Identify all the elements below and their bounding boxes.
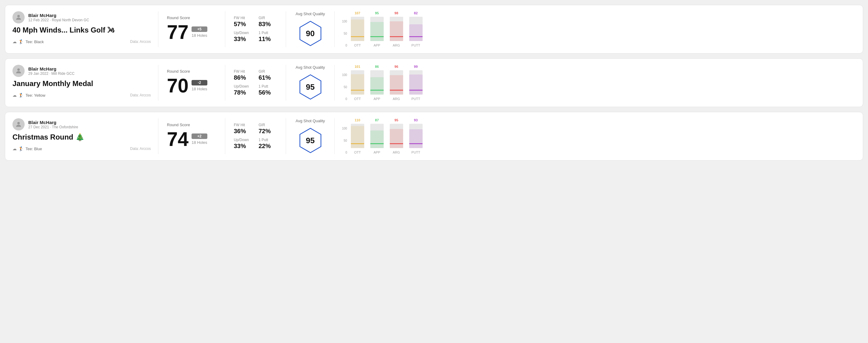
user-name: Blair McHarg — [28, 66, 74, 71]
svg-point-1 — [17, 68, 20, 71]
chart-section: 100 50 0 110 OTT 87 APP — [335, 118, 856, 154]
bar-group-app: 95 APP — [370, 11, 384, 47]
user-info: Blair McHarg 27 Dec 2021 · The Oxfordshi… — [28, 120, 78, 129]
fw-hit-value: 57% — [234, 21, 253, 28]
user-name: Blair McHarg — [28, 13, 89, 18]
bar-line — [351, 143, 364, 144]
user-meta: 12 Feb 2022 · Royal North Devon GC — [28, 18, 89, 22]
bar-value-putt: 99 — [414, 65, 418, 68]
round-title: 40 Mph Winds... Links Golf 🌬 — [12, 26, 151, 34]
updown-label: Up/Down — [234, 138, 253, 142]
bar-wrapper-app — [370, 70, 384, 95]
bar-group-ott: 110 OTT — [351, 118, 364, 154]
bar-x-label: APP — [374, 43, 380, 47]
score-badge: +5 — [191, 27, 207, 32]
bar-fill-bg — [351, 126, 364, 148]
bar-wrapper-putt — [409, 124, 423, 148]
bar-x-label: OTT — [354, 43, 361, 47]
bar-x-label: ARG — [393, 43, 400, 47]
y-label-0: 0 — [342, 151, 347, 154]
avatar — [12, 118, 25, 130]
chart-section: 100 50 0 101 OTT 86 APP — [335, 65, 856, 101]
oneputt-stat: 1 Putt 56% — [259, 84, 278, 96]
round-title: January Monthly Medal — [12, 80, 151, 88]
round-score-label: Round Score — [167, 123, 216, 127]
gir-label: GIR — [259, 69, 278, 73]
oneputt-stat: 1 Putt 22% — [259, 138, 278, 150]
round-card: Blair McHarg 27 Dec 2021 · The Oxfordshi… — [5, 112, 863, 161]
gir-value: 83% — [259, 21, 278, 28]
bar-fill-bg — [351, 20, 364, 41]
round-title: Christmas Round 🎄 — [12, 133, 151, 142]
footer-row: ☁ 🏌 Tee: Black Data: Arccos — [12, 39, 151, 44]
left-section: Blair McHarg 27 Dec 2021 · The Oxfordshi… — [12, 118, 158, 154]
score-value: 77 — [167, 23, 188, 42]
updown-stat: Up/Down 33% — [234, 138, 253, 150]
middle-section: Round Score 70 -2 18 Holes — [158, 65, 225, 101]
cloud-icon: ☁ — [12, 146, 17, 151]
score-value: 70 — [167, 76, 188, 95]
middle-section: Round Score 77 +5 18 Holes — [158, 11, 225, 47]
fw-hit-label: FW Hit — [234, 69, 253, 73]
holes-label: 18 Holes — [191, 140, 207, 145]
y-label-100: 100 — [342, 73, 347, 76]
bag-icon: 🏌 — [19, 39, 24, 44]
chart-area: 100 50 0 110 OTT 87 APP — [342, 118, 851, 154]
fw-hit-stat: FW Hit 36% — [234, 123, 253, 135]
stats-grid: FW Hit 86% GIR 61% Up/Down 78% 1 Putt 56… — [234, 69, 277, 96]
footer-row: ☁ 🏌 Tee: Blue Data: Arccos — [12, 146, 151, 151]
bar-x-label: APP — [374, 97, 380, 101]
bars-container: 107 OTT 95 APP 98 ARG 82 — [351, 11, 423, 47]
user-row: Blair McHarg 27 Dec 2021 · The Oxfordshi… — [12, 118, 151, 130]
bar-wrapper-arg — [390, 124, 403, 148]
score-badge: +2 — [191, 133, 207, 139]
footer-row: ☁ 🏌 Tee: Yellow Data: Arccos — [12, 93, 151, 98]
bar-line — [370, 90, 384, 91]
stats-section: FW Hit 86% GIR 61% Up/Down 78% 1 Putt 56… — [225, 65, 286, 101]
quality-score: 90 — [306, 29, 315, 38]
score-row: 77 +5 18 Holes — [167, 23, 216, 42]
bar-x-label: OTT — [354, 97, 361, 101]
fw-hit-stat: FW Hit 57% — [234, 16, 253, 28]
left-section: Blair McHarg 29 Jan 2022 · Mill Ride GCC… — [12, 65, 158, 101]
y-label-50: 50 — [342, 86, 347, 89]
bar-value-ott: 110 — [355, 118, 360, 122]
bar-fill-bg — [390, 21, 403, 41]
y-label-0: 0 — [342, 97, 347, 101]
user-name: Blair McHarg — [28, 120, 78, 125]
score-badge-group: -2 18 Holes — [191, 80, 207, 91]
y-axis: 100 50 0 — [342, 73, 347, 101]
quality-score: 95 — [306, 82, 315, 92]
tee-label: Tee: Black — [26, 39, 44, 44]
bar-x-label: PUTT — [411, 97, 420, 101]
tee-label: Tee: Yellow — [26, 93, 45, 98]
score-badge-group: +2 18 Holes — [191, 133, 207, 145]
score-row: 70 -2 18 Holes — [167, 76, 216, 95]
hexagon-container: 95 — [297, 127, 324, 154]
bar-wrapper-putt — [409, 17, 423, 41]
bar-group-arg: 95 ARG — [390, 118, 403, 154]
cloud-icon: ☁ — [12, 39, 17, 44]
y-label-0: 0 — [342, 44, 347, 47]
bar-wrapper-app — [370, 17, 384, 41]
bar-x-label: PUTT — [411, 151, 420, 154]
score-badge: -2 — [191, 80, 207, 86]
gir-stat: GIR 72% — [259, 123, 278, 135]
bar-line — [370, 36, 384, 37]
bar-line — [351, 36, 364, 37]
oneputt-value: 56% — [259, 89, 278, 96]
bar-group-putt: 99 PUTT — [409, 65, 423, 101]
bars-container: 110 OTT 87 APP 95 ARG 93 — [351, 118, 423, 154]
bar-line — [351, 90, 364, 91]
holes-label: 18 Holes — [191, 87, 207, 91]
chart-section: 100 50 0 107 OTT 95 APP — [335, 11, 856, 47]
updown-label: Up/Down — [234, 31, 253, 35]
updown-value: 78% — [234, 89, 253, 96]
bar-fill-bg — [409, 24, 423, 41]
bar-wrapper-ott — [351, 70, 364, 95]
quality-title: Avg Shot Quality — [296, 65, 325, 70]
oneputt-label: 1 Putt — [259, 84, 278, 89]
gir-label: GIR — [259, 123, 278, 127]
bar-fill-bg — [409, 129, 423, 148]
round-score-label: Round Score — [167, 15, 216, 20]
